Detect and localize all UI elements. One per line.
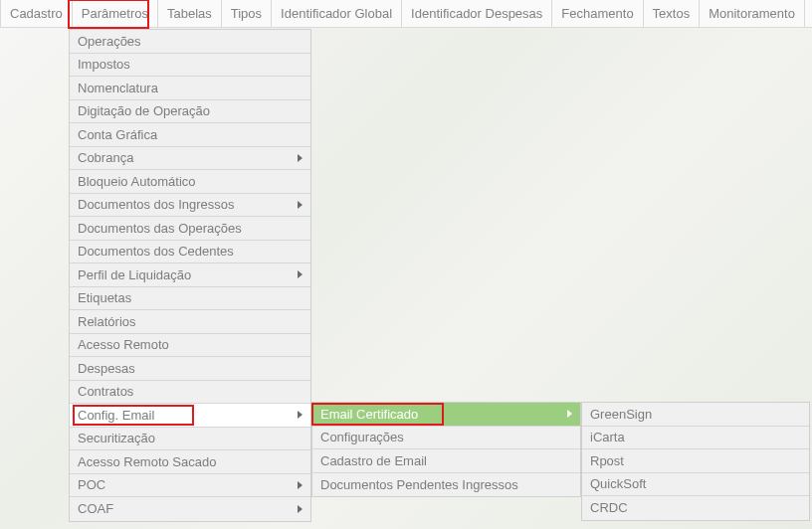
dropdown-item-label: Nomenclatura [78, 81, 158, 95]
submenu-arrow-icon [298, 270, 303, 278]
dropdown-item-label: Digitação de Operação [78, 103, 210, 118]
config-email-submenu: Email CertificadoConfiguraçõesCadastro d… [311, 402, 581, 497]
submenu-item-label: Configurações [320, 430, 404, 444]
menubar-item-identificador-global[interactable]: Identificador Global [272, 0, 402, 27]
submenu2-item-label: QuickSoft [590, 476, 646, 491]
submenu2-item-label: CRDC [590, 500, 628, 515]
dropdown-item-label: POC [78, 477, 105, 492]
dropdown-item-label: Bloqueio Automático [78, 174, 196, 189]
dropdown-item-label: Relatórios [78, 314, 136, 329]
dropdown-item-documentos-dos-ingressos[interactable]: Documentos dos Ingressos [70, 194, 310, 218]
menubar-item-textos[interactable]: Textos [644, 0, 701, 27]
dropdown-item-etiquetas[interactable]: Etiquetas [70, 287, 310, 311]
submenu-item-label: Documentos Pendentes Ingressos [320, 477, 518, 492]
dropdown-item-label: Documentos dos Cedentes [78, 244, 234, 259]
email-certificado-submenu: GreenSigniCartaRpostQuickSoftCRDC [581, 402, 810, 521]
submenu-item-label: Email Certificado [320, 407, 418, 422]
submenu-item-label: Cadastro de Email [320, 453, 427, 468]
dropdown-item-label: Operações [78, 34, 141, 49]
dropdown-item-label: COAF [78, 501, 113, 516]
parametros-dropdown: OperaçõesImpostosNomenclaturaDigitação d… [69, 29, 311, 522]
menubar-item-parâmetros[interactable]: Parâmetros [73, 0, 158, 27]
menubar-item-identificador-despesas[interactable]: Identificador Despesas [402, 0, 552, 27]
dropdown-item-label: Acesso Remoto Sacado [78, 454, 216, 469]
dropdown-item-label: Impostos [78, 57, 130, 72]
dropdown-item-label: Acesso Remoto [78, 337, 169, 352]
submenu-arrow-icon [298, 411, 303, 419]
dropdown-item-operações[interactable]: Operações [70, 30, 310, 54]
submenu-item-configurações[interactable]: Configurações [312, 427, 580, 450]
submenu2-item-label: GreenSign [590, 407, 652, 422]
submenu-item-documentos-pendentes-ingressos[interactable]: Documentos Pendentes Ingressos [312, 473, 580, 497]
dropdown-item-acesso-remoto-sacado[interactable]: Acesso Remoto Sacado [70, 450, 310, 474]
dropdown-item-nomenclatura[interactable]: Nomenclatura [70, 77, 310, 100]
dropdown-item-label: Cobrança [78, 150, 133, 165]
menubar-item-cadastro[interactable]: Cadastro [0, 0, 73, 27]
dropdown-item-label: Etiquetas [78, 290, 131, 305]
submenu2-item-quicksoft[interactable]: QuickSoft [582, 473, 809, 497]
submenu-arrow-icon [298, 505, 303, 513]
dropdown-item-perfil-de-liquidação[interactable]: Perfil de Liquidação [70, 264, 310, 287]
dropdown-item-impostos[interactable]: Impostos [70, 54, 310, 78]
dropdown-item-coaf[interactable]: COAF [70, 497, 310, 521]
dropdown-item-digitação-de-operação[interactable]: Digitação de Operação [70, 100, 310, 124]
dropdown-item-poc[interactable]: POC [70, 474, 310, 498]
dropdown-item-label: Documentos dos Ingressos [78, 197, 235, 212]
dropdown-item-relatórios[interactable]: Relatórios [70, 310, 310, 334]
dropdown-item-documentos-das-operações[interactable]: Documentos das Operações [70, 217, 310, 241]
submenu-item-cadastro-de-email[interactable]: Cadastro de Email [312, 449, 580, 473]
dropdown-item-label: Despesas [78, 361, 135, 376]
dropdown-item-label: Config. Email [78, 408, 154, 423]
menubar-item-monitoramento[interactable]: Monitoramento [700, 0, 805, 27]
submenu2-item-rpost[interactable]: Rpost [582, 449, 809, 473]
dropdown-item-label: Documentos das Operações [78, 221, 242, 236]
dropdown-item-label: Securitização [78, 431, 155, 445]
submenu-arrow-icon [298, 154, 303, 162]
dropdown-item-contratos[interactable]: Contratos [70, 381, 310, 405]
dropdown-item-conta-gráfica[interactable]: Conta Gráfica [70, 123, 310, 147]
menubar-item-log[interactable]: Log [805, 0, 812, 27]
dropdown-item-config-email[interactable]: Config. Email [70, 404, 310, 428]
dropdown-item-label: Contratos [78, 384, 133, 399]
dropdown-item-securitização[interactable]: Securitização [70, 428, 310, 451]
menubar-item-tabelas[interactable]: Tabelas [158, 0, 222, 27]
submenu2-item-icarta[interactable]: iCarta [582, 427, 809, 450]
menubar-item-fechamento[interactable]: Fechamento [552, 0, 643, 27]
submenu-arrow-icon [298, 481, 303, 489]
submenu-arrow-icon [298, 201, 303, 209]
submenu2-item-label: iCarta [590, 430, 625, 444]
menubar-item-tipos[interactable]: Tipos [222, 0, 272, 27]
dropdown-item-despesas[interactable]: Despesas [70, 357, 310, 381]
submenu2-item-greensign[interactable]: GreenSign [582, 403, 809, 427]
menubar: CadastroParâmetrosTabelasTiposIdentifica… [0, 0, 812, 28]
dropdown-item-label: Perfil de Liquidação [78, 267, 191, 282]
dropdown-item-label: Conta Gráfica [78, 127, 157, 142]
submenu2-item-crdc[interactable]: CRDC [582, 496, 809, 520]
submenu-arrow-icon [567, 410, 572, 418]
dropdown-item-cobrança[interactable]: Cobrança [70, 147, 310, 171]
submenu2-item-label: Rpost [590, 453, 624, 468]
dropdown-item-acesso-remoto[interactable]: Acesso Remoto [70, 334, 310, 358]
dropdown-item-documentos-dos-cedentes[interactable]: Documentos dos Cedentes [70, 241, 310, 264]
dropdown-item-bloqueio-automático[interactable]: Bloqueio Automático [70, 170, 310, 194]
submenu-item-email-certificado[interactable]: Email Certificado [312, 403, 580, 427]
